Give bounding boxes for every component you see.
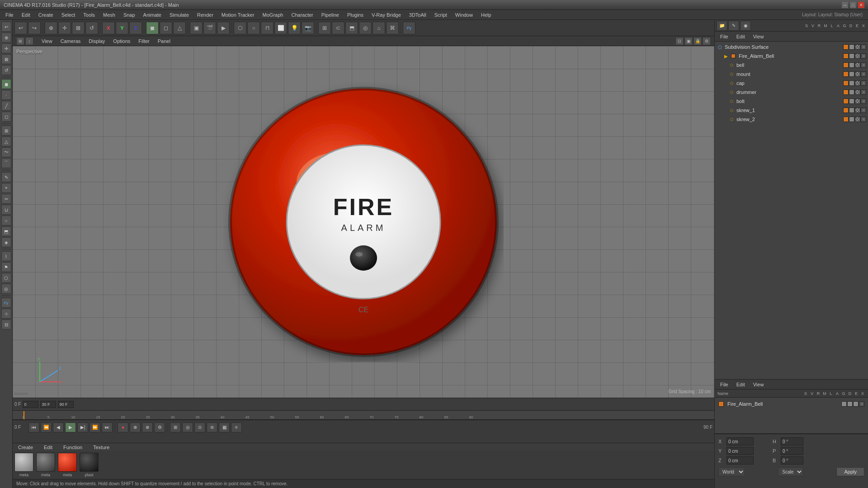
vp-menu-panel[interactable]: Panel: [154, 38, 174, 45]
obj-tb-3[interactable]: ◉: [740, 21, 751, 31]
input-b[interactable]: [781, 456, 803, 465]
matmgr-menu-view[interactable]: View: [750, 381, 768, 388]
undo-button[interactable]: ↩: [1, 22, 11, 32]
vp-menu-display[interactable]: Display: [85, 38, 108, 45]
menu-tools[interactable]: Tools: [80, 11, 99, 19]
menu-select[interactable]: Select: [58, 11, 79, 19]
z-axis-icon[interactable]: Z: [129, 22, 142, 34]
y-axis-icon[interactable]: Y: [116, 22, 128, 34]
matmgr-menu-file[interactable]: File: [717, 381, 732, 388]
subdivision-icon[interactable]: ⊞: [318, 22, 331, 34]
render-icon[interactable]: ▶: [217, 22, 230, 34]
menu-snap[interactable]: Snap: [120, 11, 139, 19]
cube-icon[interactable]: ⬡: [234, 22, 246, 34]
input-x[interactable]: [726, 437, 754, 446]
obj-menu-edit[interactable]: Edit: [733, 33, 749, 40]
material-item-4[interactable]: plast: [80, 453, 99, 477]
sphere-icon[interactable]: ○: [247, 22, 260, 34]
material-item-1[interactable]: meta: [14, 453, 33, 477]
end-frame-input[interactable]: [58, 401, 74, 408]
floor-button[interactable]: ⊟: [1, 319, 11, 329]
minimize-button[interactable]: ─: [842, 2, 848, 8]
effector5-button[interactable]: ▦: [219, 422, 230, 432]
deformer-button[interactable]: ⌇: [1, 251, 11, 261]
next-key-button[interactable]: ⏩: [90, 422, 100, 432]
effector1-button[interactable]: ⊞: [170, 422, 181, 432]
record-button[interactable]: ⏮: [28, 422, 39, 432]
vp-menu-cameras[interactable]: Cameras: [57, 38, 85, 45]
menu-pipeline[interactable]: Pipeline: [318, 11, 343, 19]
redo-icon-button[interactable]: ↪: [28, 22, 41, 34]
mat-tab-edit[interactable]: Edit: [40, 444, 56, 451]
menu-3dtoall[interactable]: 3DToAll: [406, 11, 430, 19]
input-y[interactable]: [726, 447, 754, 455]
obj-row-skrew2[interactable]: ⬡ skrew_2 ✕: [715, 115, 868, 124]
obj-row-drummer[interactable]: ⬡ drummer ✕: [715, 88, 868, 97]
obj-row-mount[interactable]: ⬡ mount ✕: [715, 70, 868, 79]
vp-fullscreen-icon[interactable]: ⊡: [675, 37, 684, 45]
points-mode-button[interactable]: ·: [1, 90, 11, 100]
bridge-button[interactable]: ⊔: [1, 205, 11, 215]
obj-row-fire-alarm-bell[interactable]: ▶ Fire_Alarm_Bell ✕: [715, 52, 868, 61]
menu-plugins[interactable]: Plugins: [344, 11, 367, 19]
sculpt-button[interactable]: ⌖: [1, 183, 11, 193]
obj-menu-file[interactable]: File: [717, 33, 732, 40]
tag-button[interactable]: ⚑: [1, 262, 11, 272]
mat-tab-create[interactable]: Create: [14, 444, 37, 451]
menu-character[interactable]: Character: [288, 11, 316, 19]
mat-tab-function[interactable]: Function: [60, 444, 86, 451]
obj-row-bolt[interactable]: ⬡ bolt ✕: [715, 97, 868, 106]
input-h[interactable]: [781, 437, 803, 446]
move-button[interactable]: ✛: [1, 43, 11, 53]
menu-render[interactable]: Render: [193, 11, 217, 19]
menu-simulate[interactable]: Simulate: [166, 11, 193, 19]
coord-mode-select[interactable]: World Object Local: [718, 467, 745, 476]
render-view-icon[interactable]: 🎬: [203, 22, 216, 34]
bevel-button[interactable]: ◈: [1, 237, 11, 247]
menu-help[interactable]: Help: [477, 11, 495, 19]
add-key-button[interactable]: ⊕: [130, 422, 141, 432]
vp-lock-icon[interactable]: 🔒: [693, 37, 702, 45]
vp-menu-view[interactable]: View: [38, 38, 56, 45]
material-item-3[interactable]: meta: [58, 453, 77, 477]
loop-button[interactable]: ○: [1, 216, 11, 225]
plane-icon[interactable]: ⬜: [274, 22, 287, 34]
del-key-button[interactable]: ⊗: [142, 422, 153, 432]
python-button[interactable]: Py: [1, 298, 11, 308]
python-icon-button[interactable]: Py: [403, 22, 415, 34]
menu-mograph[interactable]: MoGraph: [259, 11, 287, 19]
auto-key-button[interactable]: ●: [118, 422, 128, 432]
knife-button[interactable]: ✂: [1, 194, 11, 204]
model-mode-icon[interactable]: ◼: [146, 22, 159, 34]
effector4-button[interactable]: ⊜: [207, 422, 217, 432]
menu-create[interactable]: Create: [35, 11, 57, 19]
light-icon[interactable]: 💡: [288, 22, 301, 34]
menu-file[interactable]: File: [2, 11, 17, 19]
snap-button[interactable]: ⊹: [1, 309, 11, 319]
material-item-2[interactable]: meta: [36, 453, 55, 477]
menu-animate[interactable]: Animate: [140, 11, 165, 19]
obj-row-subdivision[interactable]: ⬡ Subdivision Surface ✕: [715, 42, 868, 52]
camera-icon[interactable]: 📷: [302, 22, 314, 34]
input-p[interactable]: [781, 447, 803, 455]
play-button[interactable]: ▶: [65, 422, 76, 432]
polygon-button[interactable]: △: [1, 136, 11, 146]
viewport-arrows-icon[interactable]: ↕: [25, 37, 33, 45]
prev-frame-button[interactable]: ◀: [53, 422, 64, 432]
extrude-nurbs-icon[interactable]: ⬒: [345, 22, 358, 34]
rotate-button[interactable]: ↺: [1, 65, 11, 75]
effector2-button[interactable]: ◎: [182, 422, 193, 432]
move-icon[interactable]: ✛: [58, 22, 71, 34]
texture-button[interactable]: ⬡: [1, 273, 11, 283]
menu-motion-tracker[interactable]: Motion Tracker: [218, 11, 258, 19]
lathe-icon[interactable]: ◎: [359, 22, 372, 34]
key-props-button[interactable]: ⚙: [154, 422, 165, 432]
obj-row-bell[interactable]: ⬡ bell ✕: [715, 61, 868, 70]
prev-key-button[interactable]: ⏪: [41, 422, 52, 432]
model-mode-button[interactable]: ◼: [1, 79, 11, 89]
cylinder-icon[interactable]: ⊓: [261, 22, 274, 34]
obj-menu-view[interactable]: View: [750, 33, 768, 40]
x-axis-icon[interactable]: X: [102, 22, 115, 34]
rotate-icon[interactable]: ↺: [85, 22, 98, 34]
end-button[interactable]: ⏭: [102, 422, 113, 432]
